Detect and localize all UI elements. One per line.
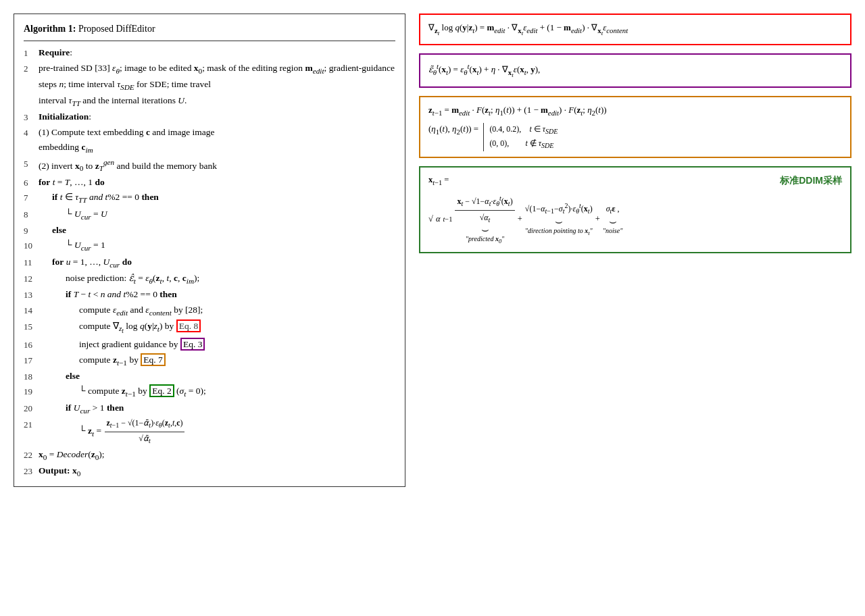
line-content-13: if T − t < n and t%2 == 0 then [39, 287, 395, 302]
algo-line-16: 16 inject gradient guidance by Eq. 3 [24, 337, 395, 352]
algo-line-23: 23 Output: x0 [24, 463, 395, 480]
line-content-9: else [39, 223, 395, 238]
line-num-1: 1 [24, 45, 39, 60]
eq-green-content: xt−1 = √αt−1 xt − √1−αt·εθt(xt) √αt [428, 173, 773, 247]
line-num-6: 6 [24, 175, 39, 190]
algo-line-22: 22 x0 = Decoder(z0); [24, 447, 395, 463]
algo-line-13: 13 if T − t < n and t%2 == 0 then [24, 287, 395, 302]
line-num-16: 16 [24, 337, 39, 352]
line-content-19: └ compute zt−1 by Eq. 2 (σt = 0); [39, 384, 395, 400]
algo-line-17: 17 compute zt−1 by Eq. 7 [24, 353, 395, 369]
eq-orange-piecewise: (η1(t), η2(t)) = (0.4, 0.2), t ∈ τSDE (0… [428, 122, 842, 152]
chinese-ddim-label: 标准DDIM采样 [780, 173, 842, 189]
line-num-10: 10 [24, 238, 39, 253]
algo-line-21: 21 └ zt = zt−1 − √(1−ᾱt)·εθ(zt,t,c) √ᾱt [24, 417, 395, 447]
line-content-20: if Ucur > 1 then [39, 401, 395, 417]
line-content-7: if t ∈ τTT and t%2 == 0 then [39, 190, 395, 206]
algo-line-18: 18 else [24, 369, 395, 384]
line-content-4: (1) Compute text embedding c and image i… [39, 125, 395, 157]
line-num-7: 7 [24, 190, 39, 205]
line-content-12: noise prediction: ε̂t = εθ(zt, t, c, cim… [39, 271, 395, 287]
line-content-6: for t = T, …, 1 do [39, 175, 395, 190]
eq-purple-content: ε̃θt(xt) = εθt(xt) + η · ∇xtε(xt, y), [428, 60, 842, 80]
algo-line-10: 10 └ Ucur = 1 [24, 238, 395, 254]
line-num-4: 4 [24, 125, 39, 140]
algorithm-box: Algorithm 1: Proposed DiffEditor 1 Requi… [14, 14, 405, 487]
algo-line-20: 20 if Ucur > 1 then [24, 401, 395, 417]
algo-line-14: 14 compute εedit and εcontent by [28]; [24, 303, 395, 319]
line-content-22: x0 = Decoder(z0); [39, 447, 395, 463]
algo-line-5: 5 (2) invert x0 to zTgen and build the m… [24, 156, 395, 175]
algo-line-15: 15 compute ∇zt log q(y|zt) by Eq. 8 [24, 319, 395, 337]
eq-box-red: ∇zt log q(y|zt) = medit · ∇xtεedit + (1 … [419, 14, 851, 45]
line-num-21: 21 [24, 417, 39, 432]
line-num-17: 17 [24, 353, 39, 367]
line-num-19: 19 [24, 384, 39, 399]
line-content-21: └ zt = zt−1 − √(1−ᾱt)·εθ(zt,t,c) √ᾱt [39, 417, 395, 447]
line-content-10: └ Ucur = 1 [39, 238, 395, 254]
line-num-23: 23 [24, 463, 39, 478]
algo-line-12: 12 noise prediction: ε̂t = εθ(zt, t, c, … [24, 271, 395, 287]
line-content-14: compute εedit and εcontent by [28]; [39, 303, 395, 319]
line-content-2: pre-trained SD [33] εθ; image to be edit… [39, 61, 395, 110]
algo-line-6: 6 for t = T, …, 1 do [24, 175, 395, 190]
line-content-16: inject gradient guidance by Eq. 3 [39, 337, 395, 352]
equations-panel: ∇zt log q(y|zt) = medit · ∇xtεedit + (1 … [419, 14, 851, 253]
line-content-18: else [39, 369, 395, 384]
eq-box-green: xt−1 = √αt−1 xt − √1−αt·εθt(xt) √αt [419, 166, 851, 253]
algo-line-7: 7 if t ∈ τTT and t%2 == 0 then [24, 190, 395, 206]
line-content-11: for u = 1, …, Ucur do [39, 255, 395, 271]
algorithm-title: Algorithm 1: Proposed DiffEditor [24, 21, 395, 41]
algo-line-11: 11 for u = 1, …, Ucur do [24, 255, 395, 271]
line-content-23: Output: x0 [39, 463, 395, 480]
eq-box-orange: zt−1 = medit · F(zt; η1(t)) + (1 − medit… [419, 96, 851, 159]
line-num-11: 11 [24, 255, 39, 270]
algo-line-19: 19 └ compute zt−1 by Eq. 2 (σt = 0); [24, 384, 395, 400]
line-num-14: 14 [24, 303, 39, 317]
algo-line-9: 9 else [24, 223, 395, 238]
algo-line-2: 2 pre-trained SD [33] εθ; image to be ed… [24, 61, 395, 110]
algo-line-8: 8 └ Ucur = U [24, 207, 395, 223]
line-num-22: 22 [24, 447, 39, 462]
line-num-3: 3 [24, 109, 39, 124]
algo-line-3: 3 Initialization: [24, 109, 395, 124]
algo-line-1: 1 Require: [24, 45, 395, 60]
main-container: Algorithm 1: Proposed DiffEditor 1 Requi… [14, 14, 851, 487]
line-num-13: 13 [24, 287, 39, 302]
line-num-2: 2 [24, 61, 39, 76]
line-num-8: 8 [24, 207, 39, 222]
line-content-1: Require: [39, 45, 395, 60]
line-num-9: 9 [24, 223, 39, 238]
eq-box-purple: ε̃θt(xt) = εθt(xt) + η · ∇xtε(xt, y), [419, 53, 851, 87]
eq-red-content: ∇zt log q(y|zt) = medit · ∇xtεedit + (1 … [428, 20, 842, 38]
eq-orange-content: zt−1 = medit · F(zt; η1(t)) + (1 − medit… [428, 103, 842, 119]
algo-line-4: 4 (1) Compute text embedding c and image… [24, 125, 395, 157]
line-content-8: └ Ucur = U [39, 207, 395, 223]
line-num-18: 18 [24, 369, 39, 384]
line-num-15: 15 [24, 319, 39, 334]
line-num-12: 12 [24, 271, 39, 286]
line-content-3: Initialization: [39, 109, 395, 124]
line-num-20: 20 [24, 401, 39, 415]
line-content-5: (2) invert x0 to zTgen and build the mem… [39, 156, 395, 175]
line-content-15: compute ∇zt log q(y|zt) by Eq. 8 [39, 319, 395, 337]
line-content-17: compute zt−1 by Eq. 7 [39, 353, 395, 369]
line-num-5: 5 [24, 156, 39, 171]
